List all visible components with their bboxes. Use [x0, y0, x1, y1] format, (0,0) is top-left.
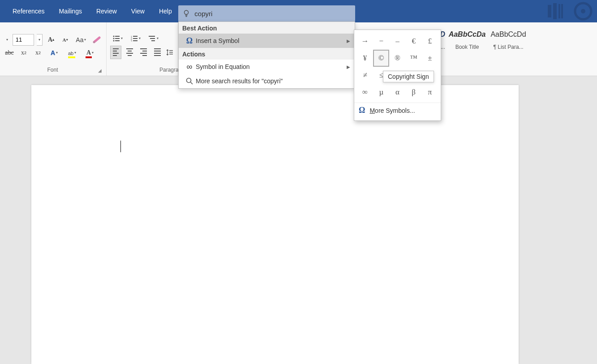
symbol-yen[interactable]: ¥	[357, 50, 373, 67]
svg-rect-10	[115, 38, 120, 39]
tab-references[interactable]: References	[5, 4, 52, 18]
svg-rect-16	[133, 38, 137, 39]
tab-help[interactable]: Help	[152, 4, 179, 18]
font-group-label: Font	[47, 67, 58, 74]
symbol-right-arrow[interactable]: →	[357, 33, 373, 50]
dropdown-section-best-action: Best Action	[179, 22, 355, 34]
line-spacing-button[interactable]	[166, 47, 174, 58]
symbol-alpha[interactable]: α	[389, 84, 405, 101]
decoration-icon	[547, 3, 565, 19]
style-name: Book Title	[448, 44, 486, 50]
symbol-registered[interactable]: ®	[389, 50, 405, 67]
paragraph-group-label: Paragraph	[110, 67, 174, 74]
svg-rect-3	[558, 4, 560, 18]
svg-rect-4	[561, 4, 563, 18]
symbol-pound[interactable]: £	[422, 33, 438, 50]
svg-rect-21	[151, 40, 155, 41]
clear-formatting-button[interactable]	[91, 34, 103, 45]
dropdown-item-symbol-equation[interactable]: ∞ Symbol in Equation ▶	[179, 60, 355, 74]
style-preview: AaBbCcDd	[489, 28, 528, 41]
align-center-button[interactable]	[124, 46, 135, 59]
grow-font-button[interactable]: A▴	[45, 34, 56, 45]
titlebar-decorations	[547, 0, 593, 22]
style-preview: AaBbCcDa	[448, 28, 486, 41]
font-size-dropdown[interactable]: ▾	[37, 34, 43, 46]
svg-point-25	[187, 78, 191, 83]
infinity-icon: ∞	[183, 62, 196, 72]
svg-point-0	[185, 10, 189, 14]
font-group: ▾ ▾ A▴ A▾ Aa▾ abc x2 x2 A▾ ab▾ A▾	[0, 22, 107, 76]
more-symbols-button[interactable]: Ω More Symbols...	[354, 103, 441, 118]
font-name-dropdown[interactable]: ▾	[4, 34, 10, 45]
svg-rect-12	[115, 40, 120, 41]
symbol-beta[interactable]: β	[406, 84, 422, 101]
text-effects-button[interactable]: A▾	[47, 47, 62, 58]
highlight-button[interactable]: ab▾	[64, 47, 80, 58]
tell-me-input[interactable]	[194, 10, 355, 17]
search-icon	[183, 77, 196, 85]
svg-rect-19	[149, 36, 155, 37]
tell-me-search[interactable]	[178, 5, 355, 21]
dropdown-item-insert-symbol[interactable]: Ω Insert a Symbol ▶	[179, 34, 355, 48]
tooltip-copyright-sign: Copyright Sign	[383, 71, 434, 82]
omega-icon: Ω	[183, 36, 196, 46]
dropdown-item-label: More search results for "copyri"	[196, 77, 283, 85]
svg-point-7	[113, 35, 115, 37]
change-case-button[interactable]: Aa▾	[73, 34, 88, 45]
symbol-euro[interactable]: €	[406, 33, 422, 50]
dropdown-item-label: Symbol in Equation	[196, 63, 250, 70]
document-page[interactable]	[31, 85, 519, 364]
symbol-not-equal[interactable]: ≠	[357, 67, 373, 84]
tab-review[interactable]: Review	[89, 4, 124, 18]
bullets-button[interactable]: ▾	[110, 33, 125, 44]
dropdown-item-label: Insert a Symbol	[196, 37, 239, 44]
decoration-circle-icon	[574, 2, 593, 21]
style-item-list-para[interactable]: AaBbCcDd ¶ List Para...	[489, 28, 528, 50]
svg-rect-23	[169, 52, 173, 53]
align-justify-button[interactable]	[152, 46, 163, 59]
symbol-endash[interactable]: –	[389, 33, 405, 50]
subscript-button[interactable]: x2	[18, 47, 30, 58]
symbol-pi[interactable]: π	[422, 84, 438, 101]
strikethrough-button[interactable]: abc	[4, 47, 15, 58]
more-symbols-label: More Symbols...	[369, 107, 415, 114]
svg-rect-18	[133, 40, 137, 41]
svg-rect-20	[150, 38, 155, 39]
symbol-infinity[interactable]: ∞	[357, 84, 373, 101]
styles-group: DD e... AaBbCcDa Book Title AaBbCcDd ¶ L…	[429, 22, 531, 76]
font-dialog-launcher[interactable]: ◢	[58, 68, 103, 73]
omega-icon: Ω	[359, 106, 365, 115]
submenu-arrow-icon: ▶	[347, 64, 350, 69]
superscript-button[interactable]: x2	[32, 47, 44, 58]
lightbulb-icon	[178, 9, 194, 17]
shrink-font-button[interactable]: A▾	[60, 34, 71, 45]
svg-text:3: 3	[131, 40, 132, 42]
svg-point-6	[581, 9, 585, 13]
style-item-book-title[interactable]: AaBbCcDa Book Title	[448, 28, 486, 50]
symbol-trademark[interactable]: ™	[406, 50, 422, 67]
align-left-button[interactable]	[110, 46, 121, 59]
symbol-plus-minus[interactable]: ±	[422, 50, 438, 67]
svg-rect-8	[115, 36, 120, 37]
svg-point-9	[113, 38, 115, 39]
symbol-copyright[interactable]: ©	[373, 50, 389, 67]
text-cursor	[120, 141, 121, 152]
submenu-arrow-icon: ▶	[347, 39, 350, 43]
svg-rect-2	[553, 3, 557, 19]
numbering-button[interactable]: 123▾	[128, 33, 143, 44]
symbol-mu[interactable]: µ	[373, 84, 389, 101]
tab-mailings[interactable]: Mailings	[52, 4, 89, 18]
font-size-input[interactable]	[13, 34, 34, 46]
svg-rect-14	[133, 36, 137, 37]
align-right-button[interactable]	[138, 46, 149, 59]
svg-point-11	[113, 40, 115, 41]
document-area	[0, 76, 597, 364]
font-color-button[interactable]: A▾	[82, 47, 98, 58]
multilevel-list-button[interactable]: ▾	[146, 33, 161, 44]
dropdown-item-more-results[interactable]: More search results for "copyri"	[179, 74, 355, 88]
svg-rect-22	[169, 50, 173, 51]
symbol-minus[interactable]: −	[373, 33, 389, 50]
tab-view[interactable]: View	[124, 4, 152, 18]
svg-rect-1	[548, 5, 551, 17]
dropdown-section-actions: Actions	[179, 48, 355, 60]
